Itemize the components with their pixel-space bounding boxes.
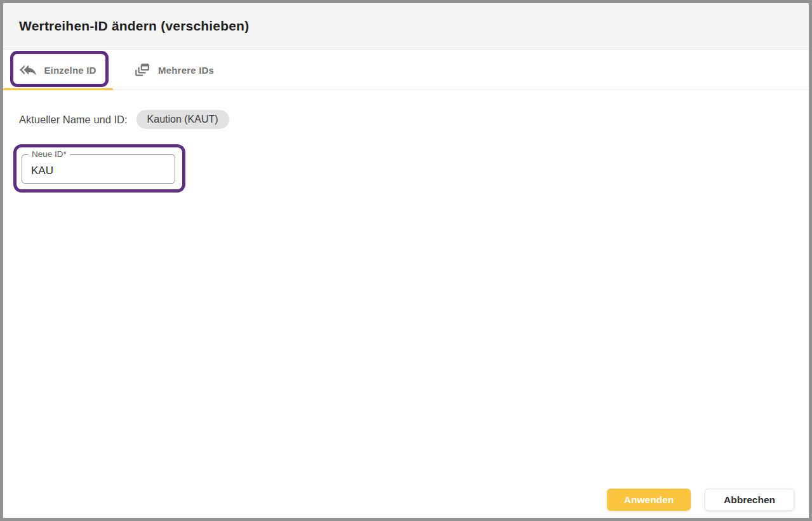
dialog-header: Wertreihen-ID ändern (verschieben) [3,3,809,50]
dynamic-feed-icon [134,62,150,78]
dialog-title: Wertreihen-ID ändern (verschieben) [19,18,249,34]
active-tab-indicator [3,88,113,90]
reply-all-icon [20,62,36,78]
tab-mehrere-ids[interactable]: Mehrere IDs [113,50,214,90]
apply-button[interactable]: Anwenden [607,489,691,511]
tab-mehrere-ids-label: Mehrere IDs [158,65,214,76]
tab-bar: Einzelne ID Mehrere IDs [3,50,809,90]
footer-actions: Anwenden Abbrechen [607,489,794,511]
new-id-input[interactable] [22,155,175,183]
dialog: Wertreihen-ID ändern (verschieben) Einze… [0,0,812,521]
tab-einzelne-id-label: Einzelne ID [44,65,96,76]
new-id-field-label: Neue ID* [29,149,70,159]
current-name-row: Aktueller Name und ID: Kaution (KAUT) [19,110,229,129]
cancel-button[interactable]: Abbrechen [705,489,794,511]
tab-einzelne-id[interactable]: Einzelne ID [3,50,113,90]
new-id-field: Neue ID* [22,154,175,184]
current-name-label: Aktueller Name und ID: [19,114,128,126]
current-name-chip: Kaution (KAUT) [136,110,229,129]
